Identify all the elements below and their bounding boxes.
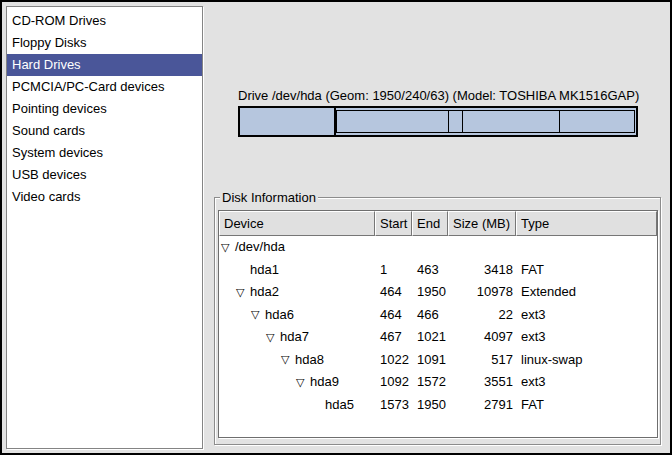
device-row[interactable]: hda114633418FAT: [219, 259, 657, 282]
start-cell: [375, 236, 412, 259]
device-cell: ▽hda7: [219, 326, 375, 349]
device-label: hda8: [295, 349, 324, 372]
sidebar-item[interactable]: Floppy Disks: [7, 32, 202, 54]
device-cell: hda1: [219, 259, 375, 282]
start-cell: 1022: [375, 349, 412, 372]
device-cell: ▽hda8: [219, 349, 375, 372]
device-row[interactable]: ▽hda2464195010978Extended: [219, 281, 657, 304]
type-cell: ext3: [516, 371, 657, 394]
column-header[interactable]: Start: [375, 211, 412, 236]
partition-segment-primary: [240, 108, 336, 135]
device-cell: ▽/dev/hda: [219, 236, 375, 259]
sidebar-item[interactable]: System devices: [7, 142, 202, 164]
end-cell: 1950: [412, 281, 448, 304]
table-body: ▽/dev/hdahda114633418FAT▽hda246419501097…: [219, 236, 657, 437]
start-cell: 1092: [375, 371, 412, 394]
indent-spacer: [221, 404, 311, 405]
type-cell: ext3: [516, 304, 657, 327]
device-label: hda1: [250, 259, 279, 282]
expander-icon[interactable]: ▽: [251, 309, 265, 320]
size-cell: 3551: [448, 371, 516, 394]
partition-divider: [462, 111, 463, 132]
sidebar-item[interactable]: PCMCIA/PC-Card devices: [7, 76, 202, 98]
device-row[interactable]: ▽hda646446622ext3: [219, 304, 657, 327]
sidebar-item[interactable]: Hard Drives: [7, 54, 202, 76]
device-label: hda7: [280, 326, 309, 349]
start-cell: 464: [375, 304, 412, 327]
sidebar-item[interactable]: CD-ROM Drives: [7, 10, 202, 32]
indent-spacer: [221, 359, 281, 360]
device-row[interactable]: ▽hda810221091517linux-swap: [219, 349, 657, 372]
indent-spacer: [221, 382, 296, 383]
column-header[interactable]: Type: [516, 211, 657, 236]
start-cell: 1: [375, 259, 412, 282]
device-row[interactable]: hda5157319502791FAT: [219, 394, 657, 417]
end-cell: 1021: [412, 326, 448, 349]
device-category-list: CD-ROM DrivesFloppy DisksHard DrivesPCMC…: [6, 6, 203, 449]
end-cell: 1091: [412, 349, 448, 372]
hardware-browser-window: CD-ROM DrivesFloppy DisksHard DrivesPCMC…: [0, 0, 672, 455]
end-cell: 1572: [412, 371, 448, 394]
size-cell: 4097: [448, 326, 516, 349]
end-cell: 463: [412, 259, 448, 282]
start-cell: 464: [375, 281, 412, 304]
indent-spacer: [221, 314, 251, 315]
device-cell: ▽hda2: [219, 281, 375, 304]
type-cell: FAT: [516, 394, 657, 417]
sidebar-item[interactable]: USB devices: [7, 164, 202, 186]
size-cell: 22: [448, 304, 516, 327]
device-label: hda5: [325, 394, 354, 417]
device-row[interactable]: ▽/dev/hda: [219, 236, 657, 259]
partition-segment-extended: [336, 110, 635, 133]
drive-partition-bar: [238, 106, 638, 137]
type-cell: FAT: [516, 259, 657, 282]
size-cell: 3418: [448, 259, 516, 282]
start-cell: 1573: [375, 394, 412, 417]
disk-information-frame: Disk Information DeviceStartEndSize (MB)…: [214, 197, 661, 445]
partition-divider: [448, 111, 449, 132]
type-cell: linux-swap: [516, 349, 657, 372]
size-cell: [448, 236, 516, 259]
expander-icon[interactable]: ▽: [281, 354, 295, 365]
size-cell: 2791: [448, 394, 516, 417]
expander-icon[interactable]: ▽: [296, 377, 310, 388]
type-cell: Extended: [516, 281, 657, 304]
device-label: /dev/hda: [235, 236, 285, 259]
device-row[interactable]: ▽hda9109215723551ext3: [219, 371, 657, 394]
column-header[interactable]: Size (MB): [448, 211, 516, 236]
device-row[interactable]: ▽hda746710214097ext3: [219, 326, 657, 349]
device-label: hda6: [265, 304, 294, 327]
device-label: hda2: [250, 281, 279, 304]
partition-divider: [559, 111, 560, 132]
disk-information-frame-label: Disk Information: [220, 190, 318, 205]
expander-icon[interactable]: ▽: [266, 332, 280, 343]
size-cell: 517: [448, 349, 516, 372]
expander-icon[interactable]: ▽: [221, 242, 235, 253]
sidebar-item[interactable]: Sound cards: [7, 120, 202, 142]
partition-table: DeviceStartEndSize (MB)Type ▽/dev/hdahda…: [218, 210, 658, 438]
expander-icon[interactable]: ▽: [236, 287, 250, 298]
device-cell: ▽hda6: [219, 304, 375, 327]
start-cell: 467: [375, 326, 412, 349]
column-header[interactable]: End: [412, 211, 448, 236]
device-cell: hda5: [219, 394, 375, 417]
indent-spacer: [221, 337, 266, 338]
size-cell: 10978: [448, 281, 516, 304]
end-cell: 1950: [412, 394, 448, 417]
table-header-row: DeviceStartEndSize (MB)Type: [219, 211, 657, 236]
indent-spacer: [221, 292, 236, 293]
drive-title: Drive /dev/hda (Geom: 1950/240/63) (Mode…: [238, 88, 640, 103]
type-cell: [516, 236, 657, 259]
type-cell: ext3: [516, 326, 657, 349]
indent-spacer: [221, 269, 236, 270]
end-cell: 466: [412, 304, 448, 327]
device-label: hda9: [310, 371, 339, 394]
end-cell: [412, 236, 448, 259]
column-header[interactable]: Device: [219, 211, 375, 236]
sidebar-item[interactable]: Pointing devices: [7, 98, 202, 120]
sidebar-item[interactable]: Video cards: [7, 186, 202, 208]
device-cell: ▽hda9: [219, 371, 375, 394]
